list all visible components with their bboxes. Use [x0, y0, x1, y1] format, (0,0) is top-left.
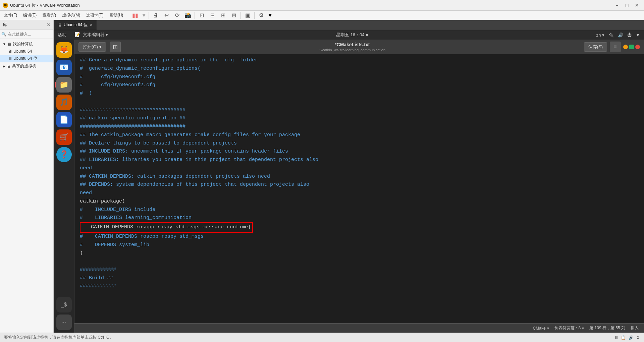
- gedit-header-left: 打开(O) ▾ ⊞: [78, 42, 121, 52]
- tree-item-shared[interactable]: ▶ 🖥 共享的虚拟机: [0, 62, 53, 70]
- save-label: 保存(S): [588, 44, 603, 50]
- ubuntu-main: 🦊 📧 📁 🎵: [54, 40, 644, 333]
- statusbar-right: CMake ▾ 制表符宽度：8 ▾ 第 109 行，第 55 列 插入: [533, 325, 639, 331]
- dock-icon-software[interactable]: 🛒: [56, 129, 72, 145]
- vm-library: 库 ✕ 🔍 ▼ 🖥 我的计算机 🖥 Ubuntu 64 🖥: [0, 20, 54, 333]
- gedit-minimize-button[interactable]: [623, 45, 628, 49]
- gedit-titlebar: 打开(O) ▾ ⊞ *CMakeLists.txt ~/catkin_ws/sr…: [74, 40, 644, 54]
- minimize-button[interactable]: −: [612, 2, 621, 9]
- ubuntu-topbar: 活动 📝 文本编辑器 ▾ 星期五 16：04 ● zh ▾ 🔌 🔊 ⏻: [54, 30, 644, 40]
- preferences-button[interactable]: ⚙: [257, 11, 266, 20]
- text-editor-menu-label[interactable]: 📝 文本编辑器 ▾: [74, 32, 108, 38]
- dock-icon-help[interactable]: ❓: [56, 147, 72, 162]
- gedit-maximize-button[interactable]: [629, 45, 634, 49]
- menu-help[interactable]: 帮助(H): [107, 12, 126, 19]
- tree-item-ubuntu1[interactable]: 🖥 Ubuntu 64: [0, 48, 53, 55]
- library-search-input[interactable]: [8, 32, 58, 37]
- vm-icon-2: 🖥: [8, 56, 12, 61]
- console-button[interactable]: ▣: [243, 11, 252, 20]
- insert-mode-btn[interactable]: 插入: [631, 325, 639, 331]
- titlebar: 🖥 Ubuntu 64 位 - VMware Workstation − □ ✕: [0, 0, 644, 11]
- gedit-close-button[interactable]: [635, 45, 640, 49]
- code-line-1: ## Generate dynamic reconfigure options …: [80, 56, 639, 65]
- menu-vm[interactable]: 虚拟机(M): [59, 12, 83, 19]
- fullscreen-button[interactable]: ⊡: [197, 11, 206, 20]
- clock-display: 星期五 16：04 ●: [336, 32, 368, 37]
- code-line-16: ## DEPENDS: system dependencies of this …: [80, 181, 639, 189]
- power-icon[interactable]: ⏻: [627, 33, 632, 38]
- volume-icon[interactable]: 🔊: [618, 33, 623, 38]
- dock-icon-rhythmbox[interactable]: 🎵: [56, 95, 72, 110]
- menu-tabs[interactable]: 选项卡(T): [84, 12, 106, 19]
- expand-icon-shared: ▶: [3, 64, 5, 68]
- pause-button[interactable]: ▮▮: [130, 11, 140, 20]
- code-line-20: # LIBRARIES learning_communication: [80, 214, 639, 222]
- code-line-4: # cfg/DynReconf2.cfg: [80, 81, 639, 90]
- network-icon[interactable]: 🔌: [608, 33, 614, 38]
- autofit-button[interactable]: ⊠: [229, 11, 238, 20]
- app-icon: 🖥: [3, 3, 8, 8]
- editor-filename: *CMakeLists.txt: [335, 42, 370, 47]
- language-selector[interactable]: CMake ▾: [533, 326, 549, 331]
- dock-icon-terminal[interactable]: _$: [56, 297, 72, 312]
- tab-ubuntu64[interactable]: 🖥 Ubuntu 64 位 ✕: [54, 20, 97, 30]
- gedit-code-area[interactable]: ## Generate dynamic reconfigure options …: [74, 54, 644, 323]
- code-line-19: # INCLUDE_DIRS include: [80, 206, 639, 214]
- status-vm-icon: 🖥: [614, 335, 618, 340]
- dock-icon-firefox[interactable]: 🦊: [56, 42, 72, 58]
- code-line-22: # CATKIN_DEPENDS roscpp rospy std_msgs: [80, 233, 639, 241]
- code-line-7: ###################################: [80, 106, 639, 115]
- code-line-6: [80, 98, 639, 106]
- maximize-button[interactable]: □: [623, 2, 631, 9]
- dock-icon-files[interactable]: 📁: [56, 77, 72, 93]
- gedit-statusbar: CMake ▾ 制表符宽度：8 ▾ 第 109 行，第 55 列 插入: [74, 323, 644, 333]
- dock-icon-writer[interactable]: 📄: [56, 112, 72, 127]
- dock-icon-thunderbird[interactable]: 📧: [56, 60, 72, 75]
- lang-indicator[interactable]: zh ▾: [596, 33, 604, 38]
- status-volume-icon: 🔊: [629, 335, 634, 340]
- open-button[interactable]: 打开(O) ▾: [78, 42, 106, 52]
- topbar-right: zh ▾ 🔌 🔊 ⏻ ▼: [596, 33, 640, 38]
- menu-edit[interactable]: 编辑(E): [20, 12, 39, 19]
- snapshot-button[interactable]: ↩: [162, 11, 171, 20]
- snapshot2-button[interactable]: 📸: [183, 11, 193, 20]
- dock-icon-app-grid[interactable]: ⋯: [56, 315, 72, 330]
- tree-label-ubuntu1: Ubuntu 64: [13, 49, 32, 54]
- stretch-button[interactable]: ⊞: [218, 11, 228, 20]
- gedit-header-center: *CMakeLists.txt ~/catkin_ws/src/learning…: [319, 42, 385, 52]
- activities-label[interactable]: 活动: [58, 32, 66, 38]
- tree-label-shared: 共享的虚拟机: [12, 63, 36, 69]
- code-line-17: need: [80, 189, 639, 197]
- unity-button[interactable]: ⊟: [208, 11, 217, 20]
- close-button[interactable]: ✕: [633, 2, 641, 9]
- send-ctrl-alt-del-button[interactable]: 🖨: [151, 11, 160, 20]
- new-tab-button[interactable]: ⊞: [110, 42, 121, 52]
- code-line-12: ## INCLUDE_DIRS: uncomment this if your …: [80, 148, 639, 156]
- menu-file[interactable]: 文件(F): [1, 12, 20, 19]
- statusbar-icons: 🖥 📋 🔊 ⚙: [614, 335, 640, 340]
- window-title: Ubuntu 64 位 - VMware Workstation: [10, 2, 612, 8]
- dropdown-icon[interactable]: ▼: [636, 33, 640, 38]
- menu-view[interactable]: 查看(V): [40, 12, 59, 19]
- menu-button[interactable]: ≡: [610, 42, 621, 52]
- library-close-btn[interactable]: ✕: [47, 22, 51, 27]
- text-editor-window: 打开(O) ▾ ⊞ *CMakeLists.txt ~/catkin_ws/sr…: [74, 40, 644, 333]
- vmware-window: 🖥 Ubuntu 64 位 - VMware Workstation − □ ✕…: [0, 0, 644, 342]
- save-button[interactable]: 保存(S): [584, 42, 607, 52]
- library-header: 库 ✕: [0, 20, 53, 30]
- ubuntu-dock: 🦊 📧 📁 🎵: [54, 40, 74, 333]
- tab-width-selector[interactable]: 制表符宽度：8 ▾: [554, 325, 584, 331]
- revert-button[interactable]: ⟳: [172, 11, 182, 20]
- open-chevron: ▾: [99, 44, 102, 49]
- library-title: 库: [3, 22, 7, 28]
- code-line-26: ############: [80, 266, 639, 274]
- code-line-8: ## catkin specific configuration ##: [80, 114, 639, 123]
- window-controls: − □ ✕: [612, 2, 641, 9]
- code-line-3: # cfg/DynReconf1.cfg: [80, 73, 639, 81]
- tree-item-ubuntu2[interactable]: 🖥 Ubuntu 64 位: [0, 55, 53, 62]
- tree-label-my-computer: 我的计算机: [13, 41, 33, 47]
- tree-item-my-computer[interactable]: ▼ 🖥 我的计算机: [0, 40, 53, 48]
- vmware-statusbar: 要将输入定向到该虚拟机，请在虚拟机内部单击或按 Ctrl+G。 🖥 📋 🔊 ⚙: [0, 333, 644, 342]
- status-settings-icon: ⚙: [636, 335, 640, 340]
- tab-close-icon[interactable]: ✕: [90, 23, 93, 27]
